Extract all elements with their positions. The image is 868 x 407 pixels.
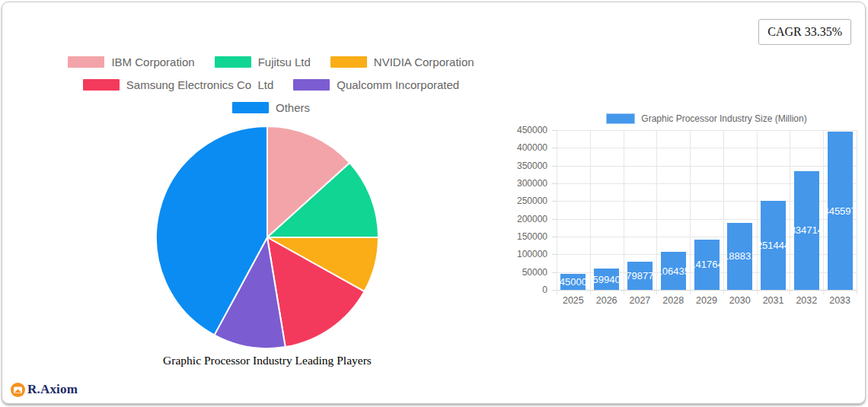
x-axis-label: 2030 [723,295,757,306]
bar-plot-area: 0500001000001500002000002500003000003500… [557,130,857,290]
legend-swatch [330,56,367,68]
x-axis-label: 2026 [590,295,624,306]
pie-legend-item[interactable]: Samsung Electronics Co Ltd [83,78,273,91]
x-axis-label: 2025 [557,295,590,306]
legend-swatch [215,56,251,68]
bar-value-label: 59940 [594,274,619,285]
gridline-v [557,130,557,294]
gridline-v [624,130,624,294]
bar-value-label: 45000 [560,276,586,288]
y-axis-label: 350000 [506,161,547,171]
gridline-v [723,130,724,294]
legend-label: Samsung Electronics Co Ltd [126,78,273,91]
y-axis-label: 200000 [506,214,547,224]
pie-legend: IBM CorporationFujitsu LtdNVIDIA Corpora… [46,56,496,114]
gridline-v [857,130,857,294]
legend-label: Qualcomm Incorporated [337,78,459,91]
bar-value-label: 141764 [694,259,720,270]
bar-2032[interactable]: 334714 [794,171,819,290]
gridline-h [557,148,857,148]
gridline-h [557,130,857,131]
gridline-h [557,166,857,167]
pie-legend-row: IBM CorporationFujitsu LtdNVIDIA Corpora… [68,56,474,68]
x-axis-label: 2032 [790,295,823,306]
bar-value-label: 334714 [794,224,819,236]
y-axis-label: 150000 [506,231,547,242]
legend-label: NVIDIA Corporation [374,56,474,68]
brand-logo: R.Axiom [11,382,78,397]
legend-label: Others [276,101,310,114]
legend-label: IBM Corporation [111,56,194,68]
bar-chart: Graphic Processor Industry Size (Million… [509,111,868,316]
gridline-v [590,130,591,294]
gridline-v [656,130,657,294]
pie-legend-item[interactable]: Others [232,101,310,114]
cagr-badge: CAGR 33.35% [758,19,851,45]
pie-chart-title: Graphic Processor Industry Leading Playe… [115,354,420,367]
brand-name: R.Axiom [27,382,78,397]
x-axis-label: 2027 [624,295,657,306]
legend-swatch [232,102,269,113]
gridline-h [557,290,857,291]
legend-swatch [68,56,104,68]
bar-value-label: 251444 [761,240,786,251]
gridline-v [823,130,824,294]
gridline-v [757,130,758,294]
x-axis-label: 2029 [690,295,723,306]
gridline-v [690,130,691,294]
y-axis-label: 100000 [506,249,547,259]
report-card: CAGR 33.35% IBM CorporationFujitsu LtdNV… [2,2,866,404]
legend-label: Fujitsu Ltd [258,56,311,68]
bar-legend-swatch [606,113,635,124]
chart-logo-icon [11,383,25,397]
y-axis-label: 0 [506,285,547,295]
bar-legend-label: Graphic Processor Industry Size (Million… [641,113,806,124]
pie-legend-row: Samsung Electronics Co LtdQualcomm Incor… [83,78,459,91]
pie-legend-item[interactable]: IBM Corporation [68,56,194,68]
pie-chart[interactable] [153,123,381,351]
bar-2025[interactable]: 45000 [560,274,586,290]
bar-chart-legend[interactable]: Graphic Processor Industry Size (Million… [557,113,857,124]
legend-swatch [83,79,120,91]
pie-legend-item[interactable]: Qualcomm Incorporated [293,78,459,91]
bar-2028[interactable]: 106435 [661,252,686,290]
bar-value-label: 79877 [627,270,653,281]
x-axis-label: 2031 [757,295,790,306]
bar-2031[interactable]: 251444 [761,201,786,290]
pie-legend-item[interactable]: Fujitsu Ltd [215,56,311,68]
x-axis-label: 2028 [656,295,690,306]
bar-2029[interactable]: 141764 [694,240,720,290]
y-axis-label: 300000 [506,178,547,189]
pie-legend-item[interactable]: NVIDIA Corporation [330,56,474,68]
bar-2030[interactable]: 188831 [727,223,752,290]
bar-2033[interactable]: 445597 [828,132,853,290]
bar-value-label: 188831 [727,250,752,262]
bar-value-label: 445597 [828,205,853,217]
gridline-v [790,130,790,294]
y-axis-label: 250000 [506,196,547,206]
y-axis-label: 450000 [506,125,547,135]
bar-value-label: 106435 [661,266,686,277]
x-axis-label: 2033 [823,295,857,306]
y-axis-label: 400000 [506,142,547,153]
y-axis-label: 50000 [506,267,547,278]
bar-2027[interactable]: 79877 [627,262,653,290]
bar-2026[interactable]: 59940 [594,269,619,290]
legend-swatch [293,79,330,91]
pie-legend-row: Others [232,101,310,114]
